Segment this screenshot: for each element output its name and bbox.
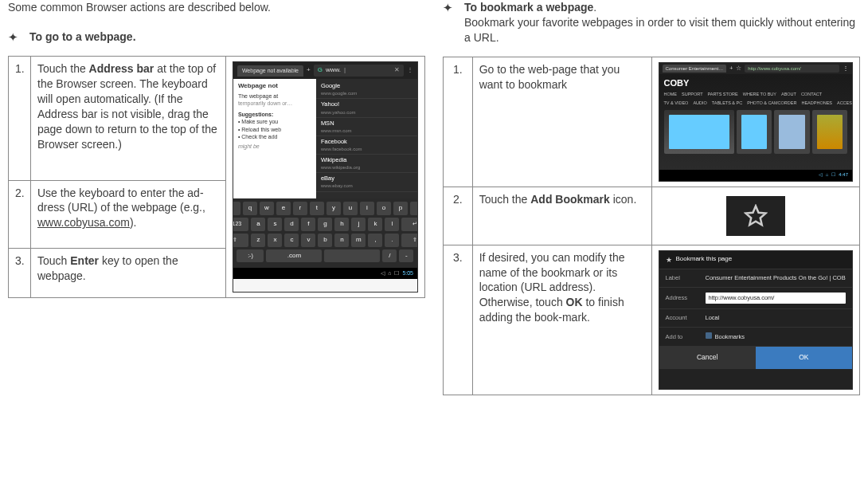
step-text: If desired, you can modify the name of t… xyxy=(472,245,651,395)
left-heading-line: ✦ To go to a webpage. xyxy=(8,29,425,45)
dialog-title: Bookmark this page xyxy=(676,255,733,264)
coby-logo: COBY xyxy=(664,77,848,89)
backspace-key[interactable]: ⌫ xyxy=(410,202,418,215)
intro-text: Some common Browser actions are describe… xyxy=(8,0,425,15)
star-icon: ✦ xyxy=(443,0,453,45)
bookmark-address-field[interactable]: http://www.cobyusa.com/ xyxy=(706,293,846,304)
browser-keyboard-screenshot: Webpage not available + G www.| ✕ ⋮ xyxy=(225,57,424,298)
left-heading: To go to a webpage. xyxy=(29,29,425,45)
dotcom-key[interactable]: .com xyxy=(266,249,322,263)
url-suggestions-list[interactable]: Googlewww.google.com Yahoo!www.yahoo.com… xyxy=(316,79,417,198)
search-engine-icon: G xyxy=(318,66,323,75)
bookmark-addto-field[interactable]: Bookmarks xyxy=(706,332,846,341)
status-time: 5:05 xyxy=(402,269,413,277)
step-number: 2. xyxy=(444,187,473,245)
home-icon[interactable]: ⌂ xyxy=(826,171,829,178)
right-heading-line: ✦ To bookmark a webpage. Bookmark your f… xyxy=(443,0,860,45)
step-number: 3. xyxy=(444,245,473,395)
bookmark-webpage-steps-table: 1. Go to the web-page that you want to b… xyxy=(443,57,860,395)
step-text: Touch the Add Bookmark icon. xyxy=(472,187,651,245)
bookmark-account-field[interactable]: Local xyxy=(706,314,846,322)
step-number: 2. xyxy=(9,180,31,249)
bookmark-dialog-screenshot: ★ Bookmark this page Label Consumer Ente… xyxy=(651,245,860,395)
step-number: 1. xyxy=(9,57,31,180)
enter-key[interactable]: ↵ xyxy=(401,218,418,231)
browser-tab[interactable]: Webpage not available xyxy=(237,65,303,76)
recents-icon[interactable]: ☐ xyxy=(831,171,835,178)
go-to-webpage-steps-table: 1. Touch the Address bar at the top of t… xyxy=(8,56,425,298)
new-tab-icon[interactable]: + xyxy=(307,66,311,75)
right-heading-subtext: Bookmark your favorite webpages in order… xyxy=(464,16,855,44)
add-bookmark-icon-screenshot xyxy=(651,187,860,245)
clear-icon[interactable]: ✕ xyxy=(394,66,400,75)
step-text: Touch Enter key to open the webpage. xyxy=(31,249,226,298)
tab-key[interactable]: Tab xyxy=(233,202,240,215)
step-text: Go to the web-page that you want to book… xyxy=(472,57,651,187)
right-heading: To bookmark a webpage xyxy=(464,1,593,14)
left-column: Some common Browser actions are describe… xyxy=(8,0,425,395)
step-text: Touch the Address bar at the top of the … xyxy=(31,57,226,180)
shift-key[interactable]: ⇧ xyxy=(233,234,249,247)
menu-icon[interactable]: ⋮ xyxy=(843,65,849,73)
step-number: 3. xyxy=(9,249,31,298)
bookmark-label-field[interactable]: Consumer Entertainment Products On the G… xyxy=(706,274,846,282)
status-time: 4:47 xyxy=(839,171,848,178)
star-icon: ★ xyxy=(666,255,672,265)
on-screen-keyboard[interactable]: Tab q w e r t y u i o p xyxy=(233,198,417,268)
coby-website-screenshot: Consumer Entertainment… + ☆ http://www.c… xyxy=(651,57,860,187)
recents-icon[interactable]: ☐ xyxy=(394,269,399,277)
address-bar[interactable]: http://www.cobyusa.com/ xyxy=(745,65,839,73)
bookmark-star-icon[interactable] xyxy=(726,196,785,236)
shift-key[interactable]: ⇧ xyxy=(401,234,418,247)
right-column: ✦ To bookmark a webpage. Bookmark your f… xyxy=(443,0,860,395)
symbols-key[interactable]: ?123 xyxy=(233,218,249,231)
step-number: 1. xyxy=(444,57,473,187)
back-icon[interactable]: ◁ xyxy=(819,171,823,178)
address-bar[interactable]: G www.| ✕ xyxy=(314,65,404,77)
menu-icon[interactable]: ⋮ xyxy=(407,66,413,75)
two-column-layout: Some common Browser actions are describe… xyxy=(8,0,860,395)
step-text: Use the keyboard to enter the ad-dress (… xyxy=(31,180,226,249)
home-icon[interactable]: ⌂ xyxy=(388,269,391,277)
bookmark-star-icon[interactable]: ☆ xyxy=(736,65,741,73)
bookmarks-icon xyxy=(706,332,712,339)
cancel-button[interactable]: Cancel xyxy=(659,347,756,368)
ok-button[interactable]: OK xyxy=(756,347,852,368)
sym-key[interactable]: :-) xyxy=(237,249,264,263)
back-icon[interactable]: ◁ xyxy=(381,269,385,277)
space-key[interactable] xyxy=(324,249,380,263)
new-tab-icon[interactable]: + xyxy=(729,65,733,72)
star-icon: ✦ xyxy=(8,29,18,45)
